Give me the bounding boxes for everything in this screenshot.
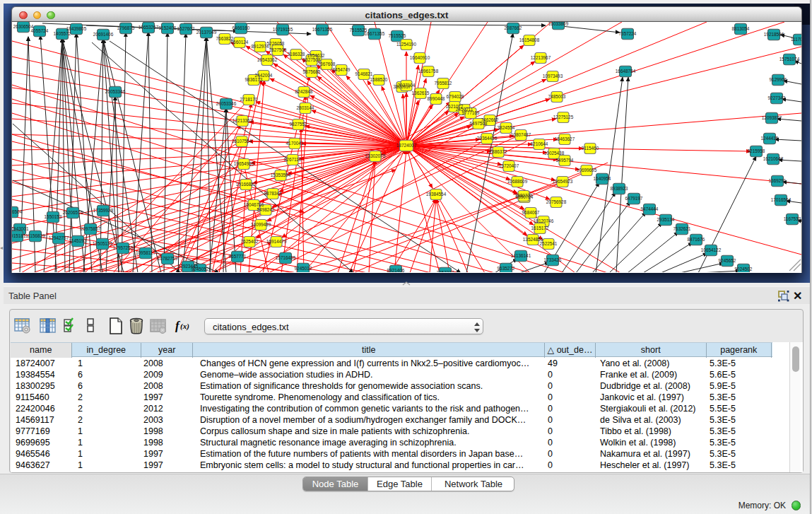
svg-text:19654923: 19654923 [553,179,573,184]
svg-text:7625402: 7625402 [241,239,259,244]
svg-text:9474444: 9474444 [641,206,659,211]
svg-text:2522541: 2522541 [540,241,558,246]
svg-text:16782759: 16782759 [158,256,178,261]
svg-text:3915181: 3915181 [12,233,26,238]
svg-text:5495794: 5495794 [556,158,574,163]
svg-text:2718170: 2718170 [240,97,258,102]
svg-text:20975857: 20975857 [81,226,101,231]
svg-text:15716485: 15716485 [276,255,296,260]
svg-text:15751074: 15751074 [779,57,800,62]
svg-text:23302075: 23302075 [365,153,386,158]
svg-text:9827552: 9827552 [290,122,307,127]
svg-text:9245052: 9245052 [192,267,209,271]
svg-text:26306504: 26306504 [12,209,23,214]
svg-text:3824554: 3824554 [498,125,515,130]
svg-text:6466160: 6466160 [233,25,250,30]
svg-text:10807487: 10807487 [511,132,531,137]
svg-text:10046786: 10046786 [244,202,264,207]
svg-text:7886372: 7886372 [490,149,507,154]
svg-text:15353594: 15353594 [271,173,291,177]
svg-text:1405572: 1405572 [54,31,71,36]
svg-text:12275125: 12275125 [553,115,574,119]
svg-text:20364436: 20364436 [477,136,498,141]
svg-text:10973493: 10973493 [543,74,563,78]
svg-text:(x): (x) [180,322,189,331]
svg-text:8454749: 8454749 [333,67,351,72]
svg-text:16961758: 16961758 [418,69,439,74]
svg-text:16154808: 16154808 [519,37,540,42]
svg-text:19384554: 19384554 [426,192,447,197]
svg-text:9635272: 9635272 [498,266,515,271]
svg-text:16648784: 16648784 [616,69,636,74]
svg-text:1733426: 1733426 [544,257,562,262]
svg-text:6479197: 6479197 [625,196,643,201]
svg-text:14136141: 14136141 [511,253,531,258]
svg-text:20053346: 20053346 [216,101,237,106]
svg-text:2087662: 2087662 [505,25,522,30]
svg-text:18724007: 18724007 [396,143,417,148]
svg-text:3186328: 3186328 [288,52,305,57]
svg-text:12213363: 12213363 [233,118,253,123]
svg-text:18120746: 18120746 [534,218,554,223]
svg-text:6497508: 6497508 [470,121,488,126]
svg-text:1369291: 1369291 [769,178,787,183]
svg-text:8215958: 8215958 [748,148,765,153]
svg-text:1588520: 1588520 [370,77,388,82]
svg-text:1943001: 1943001 [12,226,29,231]
svg-text:1362615: 1362615 [412,90,430,95]
svg-text:8813054: 8813054 [732,26,750,31]
svg-text:1550153: 1550153 [45,214,62,219]
svg-text:8471676: 8471676 [688,237,705,242]
svg-text:10688609: 10688609 [507,179,528,184]
svg-text:9152406: 9152406 [159,25,177,30]
svg-text:2367608: 2367608 [318,62,336,66]
svg-text:9129966: 9129966 [770,77,787,82]
svg-text:8242848: 8242848 [295,89,313,94]
svg-text:18463627: 18463627 [555,136,575,141]
svg-text:5875685: 5875685 [303,69,321,74]
svg-text:16107554: 16107554 [232,139,252,144]
svg-text:7515525: 7515525 [389,33,406,38]
svg-text:16914479: 16914479 [266,239,287,244]
svg-text:7485003: 7485003 [548,94,566,99]
svg-text:1796875: 1796875 [117,25,135,30]
svg-text:4055724: 4055724 [31,28,49,33]
svg-text:6794028: 6794028 [447,94,464,99]
svg-text:7357224: 7357224 [437,270,454,272]
svg-text:17957255: 17957255 [113,245,134,250]
svg-text:12093872: 12093872 [762,115,782,120]
svg-text:9836173: 9836173 [245,77,263,82]
svg-text:1167533: 1167533 [784,216,801,221]
svg-text:20756928: 20756928 [546,199,567,204]
svg-text:9024502: 9024502 [735,267,753,271]
svg-text:8878344: 8878344 [264,191,282,196]
svg-text:16210643: 16210643 [763,156,784,161]
svg-text:1640954: 1640954 [594,176,611,181]
svg-text:10654122: 10654122 [701,247,722,252]
svg-text:10719155: 10719155 [273,27,293,32]
svg-text:15720407: 15720407 [499,163,519,168]
svg-text:10653267: 10653267 [139,25,159,30]
svg-text:16671355: 16671355 [312,27,333,32]
svg-text:1117042: 1117042 [791,37,802,42]
svg-text:20137049: 20137049 [196,30,217,35]
svg-text:12213967: 12213967 [531,55,551,60]
svg-text:9245652: 9245652 [719,258,736,263]
svg-text:7632621: 7632621 [673,226,691,231]
svg-text:1880727: 1880727 [515,193,533,198]
svg-text:16640910: 16640910 [410,55,430,60]
svg-text:11156829: 11156829 [25,233,45,238]
svg-text:6210644: 6210644 [531,141,548,146]
svg-text:18439805: 18439805 [66,26,87,31]
svg-text:1615172: 1615172 [531,226,549,230]
svg-text:2935134: 2935134 [657,217,675,222]
svg-text:11254190: 11254190 [396,42,416,47]
svg-text:16033809: 16033809 [548,22,569,26]
svg-text:1145193: 1145193 [69,238,87,243]
svg-text:10543362: 10543362 [257,57,278,62]
svg-text:9245012: 9245012 [295,266,312,271]
svg-text:5498242: 5498242 [257,207,275,212]
svg-text:9684067: 9684067 [522,210,540,215]
svg-text:1527602: 1527602 [177,26,195,31]
svg-text:1244415: 1244415 [761,136,779,141]
